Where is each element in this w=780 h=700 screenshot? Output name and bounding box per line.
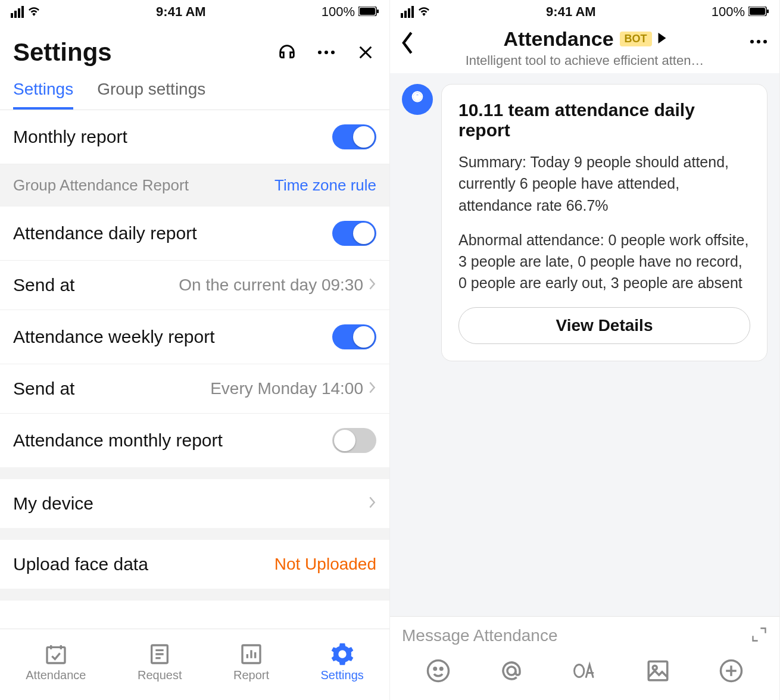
chat-input-bar: Message Attendance: [390, 616, 779, 700]
row-weekly-send-at[interactable]: Send at Every Monday 14:00: [0, 364, 389, 414]
status-bar: 9:41 AM 100%: [0, 0, 389, 24]
battery-percent: 100%: [322, 4, 355, 20]
svg-point-4: [325, 51, 328, 54]
message-input[interactable]: Message Attendance: [402, 626, 744, 645]
nav-settings-label: Settings: [320, 668, 363, 682]
svg-point-22: [574, 665, 584, 677]
toggle-daily-report[interactable]: [332, 221, 376, 246]
daily-send-at-label: Send at: [13, 275, 74, 295]
svg-point-24: [653, 665, 657, 670]
svg-point-17: [416, 95, 419, 98]
more-icon[interactable]: [316, 42, 337, 63]
chevron-right-icon: [368, 494, 376, 513]
tab-group-settings[interactable]: Group settings: [97, 80, 205, 110]
upload-face-value: Not Uploaded: [274, 555, 376, 574]
upload-face-label: Upload face data: [13, 554, 148, 574]
nav-attendance-label: Attendance: [26, 668, 86, 682]
expand-icon[interactable]: [751, 626, 767, 645]
toggle-monthly-report[interactable]: [332, 124, 376, 149]
nav-request-label: Request: [138, 668, 182, 682]
support-icon[interactable]: [276, 42, 298, 63]
wifi-icon: [27, 4, 40, 20]
toggle-weekly-report[interactable]: [332, 324, 376, 349]
svg-point-19: [434, 668, 436, 670]
wifi-icon: [417, 4, 430, 20]
section-group-attendance: Group Attendance Report Time zone rule: [0, 164, 389, 207]
svg-point-3: [318, 51, 322, 54]
signal-icon: [401, 6, 414, 18]
att-monthly-report-label: Attendance monthly report: [13, 430, 223, 451]
chat-header: Attendance BOT Intelligent tool to achie…: [390, 24, 779, 73]
daily-send-at-value: On the current day 09:30: [179, 276, 363, 295]
settings-screen: 9:41 AM 100% Settings Settings Group set…: [0, 0, 390, 700]
caret-right-icon[interactable]: [658, 33, 666, 46]
image-icon[interactable]: [645, 658, 670, 686]
battery-percent: 100%: [712, 4, 745, 20]
time-zone-rule-link[interactable]: Time zone rule: [274, 176, 376, 195]
row-attendance-monthly-report: Attendance monthly report: [0, 414, 389, 467]
battery-icon: [748, 4, 769, 20]
toggle-attendance-monthly-report[interactable]: [332, 428, 376, 453]
svg-point-13: [750, 40, 754, 43]
bottom-nav: Attendance Request Report Settings: [0, 629, 389, 700]
battery-icon: [358, 4, 379, 20]
report-abnormal: Abnormal attendance: 0 people work offsi…: [458, 229, 750, 294]
row-my-device[interactable]: My device: [0, 479, 389, 528]
nav-report[interactable]: Report: [233, 642, 269, 682]
emoji-icon[interactable]: [426, 658, 451, 686]
chat-action-row: [390, 655, 779, 700]
svg-rect-12: [767, 10, 769, 13]
row-daily-send-at[interactable]: Send at On the current day 09:30: [0, 261, 389, 310]
weekly-send-at-label: Send at: [13, 379, 74, 399]
svg-point-14: [757, 40, 760, 43]
my-device-label: My device: [13, 493, 93, 514]
report-card: 10.11 team attendance daily report Summa…: [441, 84, 767, 361]
report-card-title: 10.11 team attendance daily report: [458, 100, 750, 140]
more-icon[interactable]: [750, 36, 767, 46]
row-upload-face[interactable]: Upload face data Not Uploaded: [0, 540, 389, 589]
settings-header: Settings: [0, 24, 389, 74]
monthly-report-label: Monthly report: [13, 127, 127, 147]
plus-icon[interactable]: [719, 658, 744, 686]
back-button[interactable]: [400, 31, 416, 57]
divider: [0, 528, 389, 540]
svg-rect-23: [648, 661, 667, 680]
row-daily-report: Attendance daily report: [0, 207, 389, 261]
svg-point-5: [331, 51, 335, 54]
bot-badge: BOT: [620, 32, 652, 46]
chat-subtitle: Intelligent tool to achieve efficient at…: [402, 53, 767, 68]
svg-rect-11: [750, 8, 765, 15]
nav-attendance[interactable]: Attendance: [26, 642, 86, 682]
daily-report-label: Attendance daily report: [13, 223, 197, 243]
svg-point-20: [441, 668, 443, 670]
weekly-report-label: Attendance weekly report: [13, 327, 215, 347]
chevron-right-icon: [368, 276, 376, 295]
mention-icon[interactable]: [499, 658, 524, 686]
settings-list: Monthly report Group Attendance Report T…: [0, 110, 389, 700]
tabs: Settings Group settings: [0, 74, 389, 110]
status-time: 9:41 AM: [546, 4, 596, 20]
nav-request[interactable]: Request: [138, 642, 182, 682]
chevron-right-icon: [368, 379, 376, 398]
chat-title: Attendance: [503, 27, 613, 51]
page-title: Settings: [13, 38, 112, 67]
tab-settings[interactable]: Settings: [13, 80, 73, 110]
svg-point-21: [507, 667, 516, 675]
nav-report-label: Report: [233, 668, 269, 682]
close-icon[interactable]: [355, 42, 376, 63]
divider: [0, 589, 389, 601]
svg-point-15: [763, 40, 767, 43]
svg-point-18: [428, 661, 449, 682]
nav-settings[interactable]: Settings: [320, 642, 363, 682]
row-weekly-report: Attendance weekly report: [0, 310, 389, 364]
signal-icon: [11, 6, 24, 18]
row-monthly-report: Monthly report: [0, 110, 389, 164]
bot-avatar[interactable]: [402, 84, 433, 115]
weekly-send-at-value: Every Monday 14:00: [210, 379, 363, 398]
view-details-button[interactable]: View Details: [458, 307, 750, 344]
svg-rect-2: [377, 10, 379, 13]
oa-icon[interactable]: [572, 658, 597, 686]
svg-rect-1: [360, 8, 375, 15]
divider: [0, 467, 389, 479]
chat-area: 10.11 team attendance daily report Summa…: [390, 73, 779, 700]
